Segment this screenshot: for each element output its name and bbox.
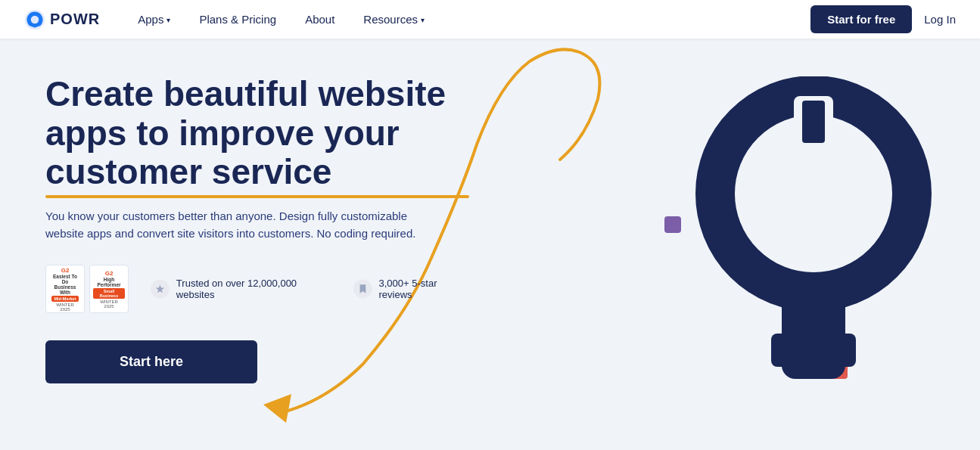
trust-websites-label: Trusted on over 12,000,000 websites bbox=[176, 278, 331, 300]
nav-item-apps[interactable]: Apps ▾ bbox=[124, 0, 184, 39]
powr-logo-icon bbox=[24, 9, 45, 30]
nav-item-about[interactable]: About bbox=[291, 0, 348, 39]
hero-illustration bbox=[692, 76, 935, 394]
trust-websites: Trusted on over 12,000,000 websites bbox=[150, 278, 331, 300]
g2-badge-2: G2 High Performer Small Business WINTER … bbox=[89, 265, 129, 313]
nav-links: Apps ▾ Plans & Pricing About Resources ▾ bbox=[124, 0, 810, 39]
logo-text: POWR bbox=[50, 11, 100, 28]
nav-actions: Start for free Log In bbox=[810, 5, 956, 33]
svg-rect-6 bbox=[802, 101, 825, 143]
hero-subtitle: You know your customers better than anyo… bbox=[45, 207, 439, 243]
navbar: POWR Apps ▾ Plans & Pricing About Resour… bbox=[0, 0, 980, 39]
nav-item-resources[interactable]: Resources ▾ bbox=[350, 0, 438, 39]
star-badge-icon bbox=[150, 278, 170, 299]
hero-content: Create beautiful website apps to improve… bbox=[0, 39, 469, 450]
logo-link[interactable]: POWR bbox=[24, 9, 100, 30]
badges-row: G2 Easiest To Do Business With Mid-Marke… bbox=[45, 265, 469, 313]
deco-purple-shape bbox=[664, 216, 681, 233]
nav-item-plans[interactable]: Plans & Pricing bbox=[185, 0, 290, 39]
bookmark-badge-icon bbox=[353, 278, 373, 299]
trust-reviews: 3,000+ 5-star reviews bbox=[353, 278, 469, 300]
g2-badge-1: G2 Easiest To Do Business With Mid-Marke… bbox=[45, 265, 85, 313]
trust-reviews-label: 3,000+ 5-star reviews bbox=[379, 278, 470, 300]
start-for-free-button[interactable]: Start for free bbox=[810, 5, 912, 33]
chevron-down-icon: ▾ bbox=[421, 16, 425, 24]
hero-title: Create beautiful website apps to improve… bbox=[45, 75, 469, 198]
hero-title-underlined: customer service bbox=[45, 152, 469, 198]
svg-rect-7 bbox=[782, 281, 845, 379]
hero-section: Create beautiful website apps to improve… bbox=[0, 39, 980, 450]
svg-rect-9 bbox=[839, 334, 856, 367]
g2-badges: G2 Easiest To Do Business With Mid-Marke… bbox=[45, 265, 129, 313]
svg-rect-8 bbox=[771, 334, 788, 367]
login-button[interactable]: Log In bbox=[924, 13, 956, 26]
chevron-down-icon: ▾ bbox=[166, 16, 170, 24]
start-here-button[interactable]: Start here bbox=[45, 340, 257, 383]
